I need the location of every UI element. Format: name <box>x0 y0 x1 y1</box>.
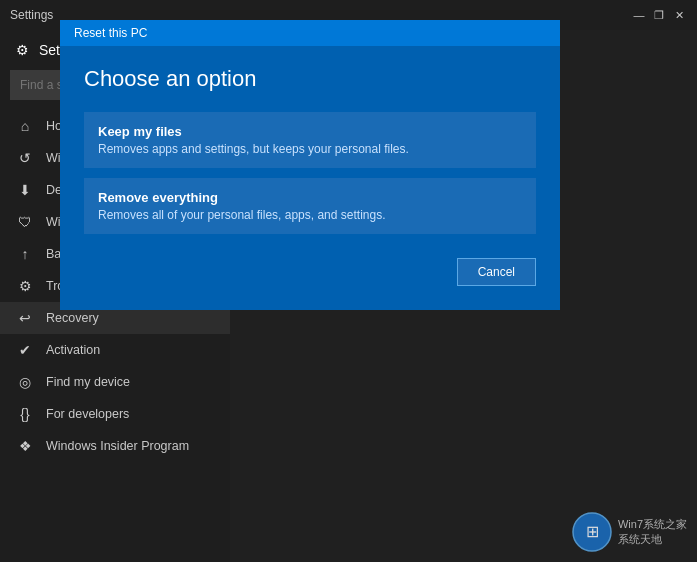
title-bar-controls: — ❐ ✕ <box>631 7 687 23</box>
keep-files-button[interactable]: Keep my files Removes apps and settings,… <box>84 112 536 168</box>
sidebar-item-for-developers[interactable]: {} For developers <box>0 398 230 430</box>
home-icon: ⌂ <box>16 118 34 134</box>
delivery-icon: ⬇ <box>16 182 34 198</box>
dialog-heading: Choose an option <box>84 66 536 92</box>
watermark-line2: 系统天地 <box>618 532 687 547</box>
remove-everything-button[interactable]: Remove everything Removes all of your pe… <box>84 178 536 234</box>
sidebar-item-recovery-label: Recovery <box>46 311 99 325</box>
cancel-button[interactable]: Cancel <box>457 258 536 286</box>
keep-files-desc: Removes apps and settings, but keeps you… <box>98 142 522 156</box>
sidebar-item-insider-label: Windows Insider Program <box>46 439 189 453</box>
dialog-footer: Cancel <box>84 244 536 290</box>
maximize-button[interactable]: ❐ <box>651 7 667 23</box>
watermark-line1: Win7系统之家 <box>618 517 687 532</box>
title-bar-text: Settings <box>10 8 53 22</box>
remove-everything-desc: Removes all of your personal files, apps… <box>98 208 522 222</box>
recovery-icon: ↩ <box>16 310 34 326</box>
settings-icon: ⚙ <box>16 42 29 58</box>
sidebar-item-developers-label: For developers <box>46 407 129 421</box>
windows-update-icon: ↺ <box>16 150 34 166</box>
troubleshoot-icon: ⚙ <box>16 278 34 294</box>
sidebar-item-find-my-device[interactable]: ◎ Find my device <box>0 366 230 398</box>
svg-text:⊞: ⊞ <box>585 523 598 540</box>
backup-icon: ↑ <box>16 246 34 262</box>
dialog-tab: Reset this PC <box>60 20 161 46</box>
developers-icon: {} <box>16 406 34 422</box>
remove-everything-title: Remove everything <box>98 190 522 205</box>
dialog-body: Choose an option Keep my files Removes a… <box>60 46 560 310</box>
activation-icon: ✔ <box>16 342 34 358</box>
reset-dialog: Reset this PC Choose an option Keep my f… <box>60 20 560 310</box>
sidebar-item-activation-label: Activation <box>46 343 100 357</box>
sidebar-item-activation[interactable]: ✔ Activation <box>0 334 230 366</box>
watermark-text: Win7系统之家 系统天地 <box>618 517 687 548</box>
insider-icon: ❖ <box>16 438 34 454</box>
security-icon: 🛡 <box>16 214 34 230</box>
sidebar-item-find-device-label: Find my device <box>46 375 130 389</box>
close-button[interactable]: ✕ <box>671 7 687 23</box>
watermark-logo: ⊞ <box>572 512 612 552</box>
find-device-icon: ◎ <box>16 374 34 390</box>
sidebar-item-windows-insider[interactable]: ❖ Windows Insider Program <box>0 430 230 462</box>
watermark: ⊞ Win7系统之家 系统天地 <box>572 512 687 552</box>
minimize-button[interactable]: — <box>631 7 647 23</box>
keep-files-title: Keep my files <box>98 124 522 139</box>
